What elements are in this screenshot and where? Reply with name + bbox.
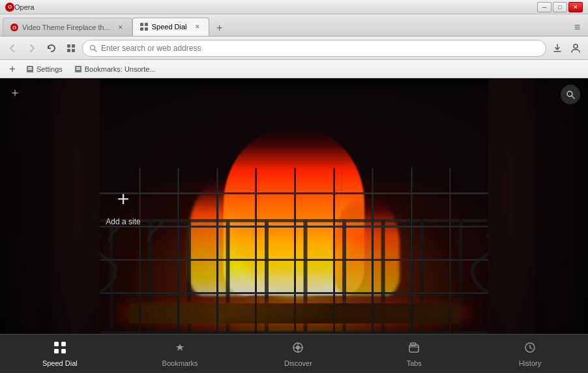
- svg-point-39: [296, 346, 300, 350]
- tab-label-2: Speed Dial: [152, 23, 187, 31]
- svg-rect-35: [61, 342, 66, 346]
- bottom-nav-discover[interactable]: Discover: [272, 337, 324, 371]
- search-overlay-button[interactable]: [561, 85, 580, 104]
- svg-rect-5: [145, 27, 148, 31]
- maximize-button[interactable]: □: [553, 2, 567, 12]
- bottom-nav-discover-label: Discover: [284, 359, 312, 367]
- svg-rect-36: [54, 349, 59, 353]
- bookmark-bookmarks[interactable]: Bookmarks: Unsorte...: [69, 64, 161, 74]
- search-icon: [89, 44, 97, 52]
- title-bar-controls: ─ □ ✕: [537, 2, 583, 12]
- account-button[interactable]: [567, 40, 584, 57]
- grid-button[interactable]: [63, 40, 80, 57]
- settings-bookmark-icon: [26, 65, 34, 73]
- history-icon: [523, 341, 537, 357]
- bottom-nav: Speed Dial Bookmarks Discover: [0, 334, 588, 373]
- discover-icon: [291, 341, 304, 357]
- nav-bar: [0, 37, 588, 60]
- svg-rect-19: [76, 68, 80, 70]
- svg-line-33: [572, 96, 574, 98]
- tab-add-button[interactable]: +: [212, 20, 228, 36]
- bottom-nav-bookmarks-label: Bookmarks: [162, 359, 198, 367]
- add-site-plus-icon: +: [110, 186, 136, 212]
- bookmarks-add-button[interactable]: +: [5, 62, 20, 76]
- url-input[interactable]: [101, 44, 539, 53]
- tab-label-1: Video Theme Fireplace th...: [22, 23, 110, 31]
- svg-rect-8: [67, 49, 70, 52]
- svg-rect-37: [61, 349, 66, 353]
- svg-rect-3: [145, 23, 148, 26]
- title-bar-text: Opera: [14, 3, 537, 11]
- bottom-nav-speed-dial[interactable]: Speed Dial: [32, 337, 88, 371]
- svg-point-13: [574, 44, 578, 48]
- tab-close-2[interactable]: ✕: [193, 22, 202, 31]
- svg-line-11: [95, 49, 97, 52]
- bookmark-settings-label: Settings: [37, 65, 63, 73]
- svg-rect-9: [72, 49, 75, 52]
- title-bar: O Opera ─ □ ✕: [0, 0, 588, 14]
- svg-rect-15: [28, 67, 32, 68]
- bottom-nav-tabs[interactable]: Tabs: [388, 337, 440, 371]
- minimize-button[interactable]: ─: [537, 2, 551, 12]
- svg-rect-4: [140, 27, 143, 31]
- bookmark-bookmarks-label: Bookmarks: Unsorte...: [85, 65, 156, 73]
- bottom-nav-history[interactable]: History: [504, 337, 556, 371]
- search-overlay-icon: [566, 90, 575, 99]
- bottom-nav-history-label: History: [519, 359, 541, 367]
- svg-rect-45: [411, 343, 416, 346]
- tab-menu-button[interactable]: ≡: [572, 19, 583, 36]
- svg-rect-2: [140, 23, 143, 26]
- close-button[interactable]: ✕: [568, 2, 583, 12]
- main-content: + + Add a site: [0, 78, 588, 334]
- tab-favicon-1: O: [10, 23, 19, 32]
- add-site-label: Add a site: [106, 217, 140, 226]
- forward-button[interactable]: [23, 40, 40, 57]
- tab-close-1[interactable]: ✕: [116, 23, 125, 32]
- bottom-nav-bookmarks[interactable]: Bookmarks: [152, 337, 209, 371]
- bookmarks-icon: [173, 341, 186, 357]
- back-button[interactable]: [4, 40, 21, 57]
- svg-rect-7: [72, 44, 75, 48]
- svg-text:O: O: [12, 25, 16, 31]
- bottom-nav-speed-dial-label: Speed Dial: [42, 359, 78, 367]
- svg-rect-6: [67, 44, 70, 48]
- bottom-nav-tabs-label: Tabs: [407, 359, 422, 367]
- refresh-button[interactable]: [43, 40, 60, 57]
- bookmark-settings[interactable]: Settings: [21, 64, 68, 74]
- add-site-container[interactable]: + Add a site: [106, 186, 140, 226]
- bookmarks-bar: + Settings Bookmarks: Unsorte...: [0, 60, 588, 78]
- speed-dial-add-button[interactable]: +: [8, 86, 22, 100]
- url-bar[interactable]: [82, 40, 546, 57]
- fireplace-background: [0, 78, 588, 334]
- svg-rect-34: [54, 342, 59, 346]
- nav-right-buttons: [549, 40, 584, 57]
- svg-rect-16: [28, 68, 32, 70]
- tab-2[interactable]: Speed Dial ✕: [132, 18, 209, 36]
- tab-favicon-2: [140, 22, 149, 31]
- opera-logo: O: [5, 3, 14, 12]
- tab-bar: O Video Theme Fireplace th... ✕ Speed Di…: [0, 14, 588, 37]
- bookmarks-bookmark-icon: [74, 65, 82, 73]
- tabs-icon: [407, 341, 420, 357]
- tab-1[interactable]: O Video Theme Fireplace th... ✕: [3, 18, 132, 36]
- svg-rect-18: [76, 67, 80, 68]
- speed-dial-icon: [53, 341, 66, 357]
- download-button[interactable]: [549, 40, 566, 57]
